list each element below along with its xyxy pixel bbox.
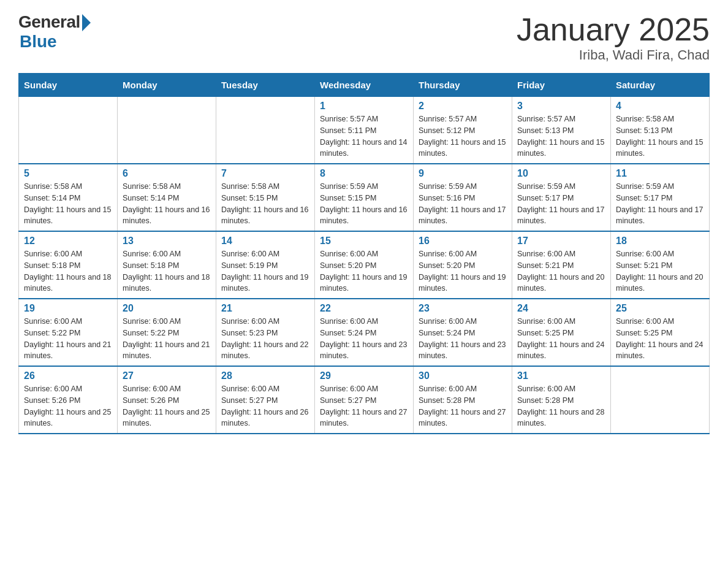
day-number: 24 — [517, 303, 605, 314]
calendar-cell: 6Sunrise: 5:58 AMSunset: 5:14 PMDaylight… — [118, 164, 216, 231]
day-info: Sunrise: 5:59 AMSunset: 5:16 PMDaylight:… — [419, 181, 507, 227]
day-info: Sunrise: 6:00 AMSunset: 5:24 PMDaylight:… — [419, 316, 507, 362]
day-info: Sunrise: 6:00 AMSunset: 5:18 PMDaylight:… — [24, 248, 112, 294]
day-info: Sunrise: 6:00 AMSunset: 5:27 PMDaylight:… — [221, 383, 309, 429]
calendar-cell: 20Sunrise: 6:00 AMSunset: 5:22 PMDayligh… — [118, 299, 216, 366]
header-row: SundayMondayTuesdayWednesdayThursdayFrid… — [19, 74, 710, 97]
calendar-cell: 11Sunrise: 5:59 AMSunset: 5:17 PMDayligh… — [611, 164, 710, 231]
day-info: Sunrise: 6:00 AMSunset: 5:19 PMDaylight:… — [221, 248, 309, 294]
calendar-cell: 10Sunrise: 5:59 AMSunset: 5:17 PMDayligh… — [512, 164, 611, 231]
calendar-cell — [216, 97, 315, 164]
calendar-cell: 12Sunrise: 6:00 AMSunset: 5:18 PMDayligh… — [19, 231, 118, 299]
calendar-cell: 28Sunrise: 6:00 AMSunset: 5:27 PMDayligh… — [216, 366, 315, 434]
day-number: 18 — [616, 236, 704, 247]
calendar-cell: 24Sunrise: 6:00 AMSunset: 5:25 PMDayligh… — [512, 299, 611, 366]
calendar-title: January 2025 — [517, 12, 710, 47]
calendar-week-4: 19Sunrise: 6:00 AMSunset: 5:22 PMDayligh… — [19, 299, 710, 366]
calendar-cell: 18Sunrise: 6:00 AMSunset: 5:21 PMDayligh… — [611, 231, 710, 299]
calendar-cell: 27Sunrise: 6:00 AMSunset: 5:26 PMDayligh… — [118, 366, 216, 434]
calendar-cell: 31Sunrise: 6:00 AMSunset: 5:28 PMDayligh… — [512, 366, 611, 434]
day-number: 15 — [320, 236, 408, 247]
day-number: 25 — [616, 303, 704, 314]
day-number: 10 — [517, 168, 605, 179]
day-info: Sunrise: 6:00 AMSunset: 5:22 PMDaylight:… — [123, 316, 211, 362]
day-number: 16 — [419, 236, 507, 247]
calendar-cell: 3Sunrise: 5:57 AMSunset: 5:13 PMDaylight… — [512, 97, 611, 164]
day-info: Sunrise: 5:57 AMSunset: 5:12 PMDaylight:… — [419, 113, 507, 159]
day-number: 7 — [221, 168, 309, 179]
calendar-week-2: 5Sunrise: 5:58 AMSunset: 5:14 PMDaylight… — [19, 164, 710, 231]
day-number: 5 — [24, 168, 112, 179]
day-number: 23 — [419, 303, 507, 314]
day-info: Sunrise: 6:00 AMSunset: 5:28 PMDaylight:… — [517, 383, 605, 429]
day-info: Sunrise: 6:00 AMSunset: 5:24 PMDaylight:… — [320, 316, 408, 362]
page-header: General Blue January 2025 Iriba, Wadi Fi… — [18, 12, 710, 63]
day-number: 4 — [616, 101, 704, 112]
calendar-week-1: 1Sunrise: 5:57 AMSunset: 5:11 PMDaylight… — [19, 97, 710, 164]
day-info: Sunrise: 6:00 AMSunset: 5:26 PMDaylight:… — [24, 383, 112, 429]
day-info: Sunrise: 6:00 AMSunset: 5:20 PMDaylight:… — [419, 248, 507, 294]
header-day-monday: Monday — [118, 74, 216, 97]
day-number: 21 — [221, 303, 309, 314]
day-number: 26 — [24, 370, 112, 381]
calendar-cell — [611, 366, 710, 434]
logo-blue-text: Blue — [20, 32, 57, 52]
calendar-cell: 7Sunrise: 5:58 AMSunset: 5:15 PMDaylight… — [216, 164, 315, 231]
calendar-cell: 14Sunrise: 6:00 AMSunset: 5:19 PMDayligh… — [216, 231, 315, 299]
day-number: 2 — [419, 101, 507, 112]
calendar-cell: 23Sunrise: 6:00 AMSunset: 5:24 PMDayligh… — [414, 299, 512, 366]
calendar-cell: 21Sunrise: 6:00 AMSunset: 5:23 PMDayligh… — [216, 299, 315, 366]
day-info: Sunrise: 6:00 AMSunset: 5:28 PMDaylight:… — [419, 383, 507, 429]
logo: General Blue — [18, 12, 91, 52]
day-info: Sunrise: 5:57 AMSunset: 5:11 PMDaylight:… — [320, 113, 408, 159]
calendar-cell: 13Sunrise: 6:00 AMSunset: 5:18 PMDayligh… — [118, 231, 216, 299]
calendar-week-3: 12Sunrise: 6:00 AMSunset: 5:18 PMDayligh… — [19, 231, 710, 299]
calendar-cell: 4Sunrise: 5:58 AMSunset: 5:13 PMDaylight… — [611, 97, 710, 164]
day-number: 30 — [419, 370, 507, 381]
day-info: Sunrise: 5:58 AMSunset: 5:15 PMDaylight:… — [221, 181, 309, 227]
title-block: January 2025 Iriba, Wadi Fira, Chad — [517, 12, 710, 63]
logo-arrow-icon — [82, 14, 91, 31]
day-info: Sunrise: 5:58 AMSunset: 5:14 PMDaylight:… — [123, 181, 211, 227]
header-day-wednesday: Wednesday — [315, 74, 414, 97]
calendar-cell — [118, 97, 216, 164]
day-number: 31 — [517, 370, 605, 381]
day-info: Sunrise: 6:00 AMSunset: 5:22 PMDaylight:… — [24, 316, 112, 362]
calendar-cell: 22Sunrise: 6:00 AMSunset: 5:24 PMDayligh… — [315, 299, 414, 366]
calendar-cell: 15Sunrise: 6:00 AMSunset: 5:20 PMDayligh… — [315, 231, 414, 299]
day-info: Sunrise: 6:00 AMSunset: 5:18 PMDaylight:… — [123, 248, 211, 294]
calendar-cell: 26Sunrise: 6:00 AMSunset: 5:26 PMDayligh… — [19, 366, 118, 434]
calendar-cell: 5Sunrise: 5:58 AMSunset: 5:14 PMDaylight… — [19, 164, 118, 231]
day-number: 17 — [517, 236, 605, 247]
day-number: 12 — [24, 236, 112, 247]
day-number: 3 — [517, 101, 605, 112]
day-info: Sunrise: 6:00 AMSunset: 5:25 PMDaylight:… — [517, 316, 605, 362]
calendar-table: SundayMondayTuesdayWednesdayThursdayFrid… — [18, 73, 710, 434]
header-day-sunday: Sunday — [19, 74, 118, 97]
day-number: 1 — [320, 101, 408, 112]
day-number: 22 — [320, 303, 408, 314]
day-info: Sunrise: 5:58 AMSunset: 5:13 PMDaylight:… — [616, 113, 704, 159]
day-info: Sunrise: 5:59 AMSunset: 5:17 PMDaylight:… — [616, 181, 704, 227]
day-number: 19 — [24, 303, 112, 314]
day-number: 13 — [123, 236, 211, 247]
day-info: Sunrise: 6:00 AMSunset: 5:26 PMDaylight:… — [123, 383, 211, 429]
calendar-cell: 25Sunrise: 6:00 AMSunset: 5:25 PMDayligh… — [611, 299, 710, 366]
calendar-cell: 19Sunrise: 6:00 AMSunset: 5:22 PMDayligh… — [19, 299, 118, 366]
day-info: Sunrise: 6:00 AMSunset: 5:25 PMDaylight:… — [616, 316, 704, 362]
calendar-cell — [19, 97, 118, 164]
calendar-week-5: 26Sunrise: 6:00 AMSunset: 5:26 PMDayligh… — [19, 366, 710, 434]
header-day-saturday: Saturday — [611, 74, 710, 97]
day-info: Sunrise: 6:00 AMSunset: 5:27 PMDaylight:… — [320, 383, 408, 429]
day-number: 27 — [123, 370, 211, 381]
day-number: 20 — [123, 303, 211, 314]
day-number: 14 — [221, 236, 309, 247]
header-day-tuesday: Tuesday — [216, 74, 315, 97]
header-day-friday: Friday — [512, 74, 611, 97]
day-number: 9 — [419, 168, 507, 179]
calendar-subtitle: Iriba, Wadi Fira, Chad — [517, 47, 710, 63]
calendar-cell: 9Sunrise: 5:59 AMSunset: 5:16 PMDaylight… — [414, 164, 512, 231]
day-info: Sunrise: 6:00 AMSunset: 5:21 PMDaylight:… — [616, 248, 704, 294]
day-info: Sunrise: 5:57 AMSunset: 5:13 PMDaylight:… — [517, 113, 605, 159]
calendar-cell: 29Sunrise: 6:00 AMSunset: 5:27 PMDayligh… — [315, 366, 414, 434]
